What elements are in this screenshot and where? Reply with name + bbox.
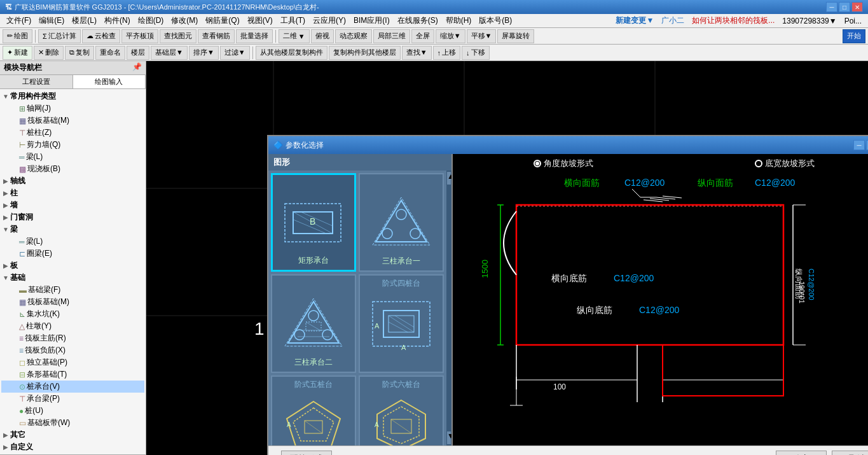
find-button[interactable]: 查找▼ — [402, 46, 432, 60]
dialog-minimize[interactable]: ─ — [853, 140, 865, 150]
shape-item-4pile[interactable]: 阶式四桩台 — [359, 274, 444, 373]
tree-item-main-steel[interactable]: ≡ 筏板主筋(R) — [1, 332, 144, 344]
view-btn[interactable]: 俯视 — [311, 29, 334, 43]
menu-version[interactable]: 版本号(B) — [475, 14, 516, 27]
level-button[interactable]: 平齐板顶 — [121, 29, 158, 43]
scroll-down[interactable]: ▼ — [447, 431, 451, 444]
menu-tools[interactable]: 工具(T) — [277, 14, 309, 27]
foundation-button[interactable]: 基础层▼ — [151, 46, 188, 60]
copy-button[interactable]: ⧉ 复制 — [65, 46, 94, 60]
minimize-button[interactable]: ─ — [826, 2, 837, 12]
tree-item-cast-slab[interactable]: ▩ 现浇板(B) — [1, 163, 144, 175]
scroll-up[interactable]: ▲ — [447, 172, 451, 185]
menu-modify[interactable]: 修改(M) — [167, 14, 202, 27]
radio-angle[interactable]: 角度放坡形式 — [534, 158, 593, 169]
down-button[interactable]: ↓ 下移 — [462, 46, 490, 60]
menu-new-change[interactable]: 新建变更▼ — [612, 14, 658, 27]
up-button[interactable]: ↑ 上移 — [433, 46, 461, 60]
menu-file[interactable]: 文件(F) — [3, 14, 35, 27]
tree-item-cap-beam[interactable]: ⊤ 承台梁(P) — [1, 393, 144, 405]
sidebar-pin[interactable]: 📌 — [132, 62, 142, 73]
rotate-btn[interactable]: 屏幕旋转 — [497, 29, 534, 43]
start-button[interactable]: 开始 — [843, 29, 865, 43]
view-steel-button[interactable]: 查看钢筋 — [198, 29, 235, 43]
menu-phone[interactable]: 13907298339▼ — [778, 15, 840, 27]
del-button[interactable]: ✕ 删除 — [34, 46, 64, 60]
sort-button[interactable]: 排序▼ — [189, 46, 219, 60]
calculate-button[interactable]: Σ 汇总计算 — [38, 29, 81, 43]
menu-link[interactable]: 如何让两块相邻的筏板... — [688, 14, 778, 27]
expand-icon-axle: ▶ — [1, 178, 10, 185]
tree-item-slab[interactable]: ▶ 板 — [1, 260, 144, 272]
tab-engineering[interactable]: 工程设置 — [0, 75, 73, 88]
copy-from-button[interactable]: 从其他楼层复制构件 — [256, 46, 327, 60]
shape-item-tri1[interactable]: 三柱承台一 — [359, 173, 444, 272]
draw-button[interactable]: ✏ 绘图 — [3, 29, 32, 43]
shape-item-6pile[interactable]: 阶式六桩台 A — [359, 375, 444, 445]
maximize-button[interactable]: □ — [839, 2, 850, 12]
tab-drawing[interactable]: 绘图输入 — [73, 75, 146, 88]
partial3d-btn[interactable]: 局部三维 — [373, 29, 410, 43]
menu-edit[interactable]: 编辑(E) — [35, 14, 68, 27]
dynamic-btn[interactable]: 动态观察 — [335, 29, 372, 43]
menu-cloud[interactable]: 云应用(Y) — [309, 14, 350, 27]
ok-button[interactable]: 确定 — [776, 451, 827, 456]
tree-item-ring-beam[interactable]: ⊏ 圈梁(E) — [1, 248, 144, 260]
batch-select-button[interactable]: 批量选择 — [236, 29, 273, 43]
tree-item-pit[interactable]: ⊾ 集水坑(K) — [1, 308, 144, 320]
tree-item-col[interactable]: ▶ 柱 — [1, 187, 144, 199]
cancel-button[interactable]: 取消 — [832, 451, 868, 456]
tree-item-common[interactable]: ▼ 常用构件类型 — [1, 90, 144, 102]
tree-item-foundation[interactable]: ▼ 基础 — [1, 272, 144, 284]
fullscreen-btn[interactable]: 全屏 — [411, 29, 434, 43]
menu-steel-qty[interactable]: 钢筋量(Q) — [202, 14, 243, 27]
tree-item-beam-l[interactable]: ═ 梁(L) — [1, 235, 144, 248]
shape-item-rect[interactable]: B 矩形承台 — [271, 173, 356, 272]
tree-item-neg-steel[interactable]: ≡ 筏板负筋(X) — [1, 344, 144, 356]
pan-btn[interactable]: 平移▼ — [467, 29, 497, 43]
menu-component[interactable]: 构件(N) — [100, 14, 134, 27]
tree-item-custom[interactable]: ▶ 自定义 — [1, 441, 144, 453]
menu-view[interactable]: 视图(V) — [244, 14, 277, 27]
tree-item-raft2[interactable]: ▦ 筏板基础(M) — [1, 296, 144, 308]
radio-width[interactable]: 底宽放坡形式 — [755, 158, 815, 169]
filter-button[interactable]: 过滤▼ — [220, 46, 250, 60]
shape-scrollbar[interactable]: ▲ ▼ — [446, 171, 451, 445]
tree-item-shear-wall[interactable]: ⊢ 剪力墙(Q) — [1, 139, 144, 151]
menu-gd2[interactable]: 广小二 — [658, 14, 688, 27]
tree-item-other[interactable]: ▶ 其它 — [1, 429, 144, 441]
new-button[interactable]: ✦ 新建 — [3, 46, 32, 60]
view-mode-button[interactable]: 二维▼ — [279, 29, 310, 43]
zoom-btn[interactable]: 缩放▼ — [436, 29, 465, 43]
shape-item-5pile[interactable]: 阶式五桩台 — [271, 375, 356, 445]
menu-help[interactable]: 帮助(H) — [442, 14, 476, 27]
tree-item-beam2[interactable]: ▼ 梁 — [1, 223, 144, 235]
tree-item-wall[interactable]: ▶ 墙 — [1, 199, 144, 211]
tree-item-raft[interactable]: ▦ 筏板基础(M) — [1, 115, 144, 127]
tree-item-slab-band[interactable]: ▭ 基础板带(W) — [1, 417, 144, 429]
tree-item-axis[interactable]: ⊞ 轴网(J) — [1, 102, 144, 115]
tree-item-isolated[interactable]: ◻ 独立基础(P) — [1, 356, 144, 368]
menu-poi[interactable]: Poi... — [841, 15, 865, 27]
tree-item-axle[interactable]: ▶ 轴线 — [1, 175, 144, 187]
menu-online[interactable]: 在线服务(S) — [394, 14, 442, 27]
close-button[interactable]: ✕ — [851, 2, 863, 12]
tree-item-found-beam[interactable]: ▬ 基础梁(F) — [1, 284, 144, 296]
find-elem-button[interactable]: 查找图元 — [160, 29, 196, 43]
tree-item-pile2[interactable]: ● 桩(U) — [1, 405, 144, 417]
rename-button[interactable]: 重命名 — [95, 46, 125, 60]
menu-bim[interactable]: BIM应用(I) — [350, 14, 394, 27]
tree-item-strip[interactable]: ⊟ 条形基础(T) — [1, 368, 144, 381]
tree-item-col-base[interactable]: △ 柱墩(Y) — [1, 320, 144, 332]
tree-item-pile-col[interactable]: ⊤ 桩柱(Z) — [1, 127, 144, 139]
menu-layer[interactable]: 楼层(L) — [68, 14, 100, 27]
menu-draw[interactable]: 绘图(D) — [134, 14, 168, 27]
shape-item-tri2[interactable]: 三柱承台二 — [271, 274, 356, 373]
copy-to-button[interactable]: 复制构件到其他楼层 — [329, 46, 401, 60]
layer-button[interactable]: 楼层 — [127, 46, 149, 60]
tree-item-opening[interactable]: ▶ 门窗洞 — [1, 211, 144, 223]
cloud-check-button[interactable]: ☁ 云检查 — [82, 29, 120, 43]
match-steel-button[interactable]: 配筋形式 — [281, 451, 332, 456]
tree-item-pile-cap[interactable]: ⊙ 桩承台(V) — [1, 381, 144, 393]
tree-item-beam[interactable]: ═ 梁(L) — [1, 151, 144, 163]
